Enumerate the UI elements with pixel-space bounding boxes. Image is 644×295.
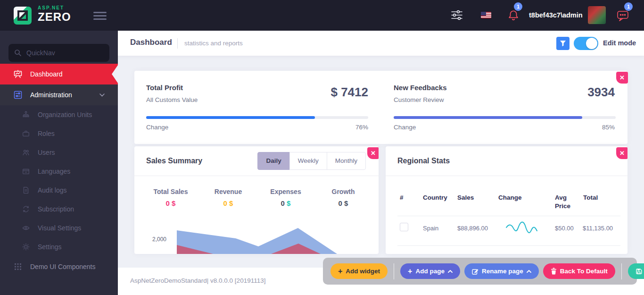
sidebar-item-subscription[interactable]: Subscription bbox=[0, 200, 118, 219]
sidebar-item-label: Dashboard bbox=[30, 70, 63, 78]
row-checkbox[interactable] bbox=[400, 223, 408, 231]
change-label: Change bbox=[146, 124, 168, 131]
sidebar-item-label: Visual Settings bbox=[38, 224, 81, 232]
edit-mode-toggle[interactable] bbox=[574, 37, 598, 50]
rename-page-button[interactable]: Rename page bbox=[464, 263, 539, 279]
visual-settings-eye-icon bbox=[22, 224, 30, 232]
close-widget-button[interactable]: ✕ bbox=[367, 147, 379, 159]
close-widget-button[interactable]: ✕ bbox=[616, 147, 627, 159]
stat-currency: $ bbox=[172, 199, 175, 207]
quicknav-input[interactable] bbox=[26, 49, 97, 57]
sales-area-chart bbox=[134, 217, 379, 254]
change-sparkline bbox=[505, 218, 539, 239]
search-icon bbox=[14, 49, 22, 57]
cell-country: Spain bbox=[423, 225, 438, 232]
progress-track bbox=[146, 116, 368, 119]
sidebar-item-visual-settings[interactable]: Visual Settings bbox=[0, 219, 118, 237]
stat-value: 3934 bbox=[587, 85, 615, 100]
trash-icon bbox=[551, 268, 557, 275]
stat-growth: Growth 0 $ bbox=[314, 188, 372, 207]
tab-weekly[interactable]: Weekly bbox=[289, 152, 327, 170]
chevron-down-icon bbox=[99, 93, 105, 97]
header-divider bbox=[386, 176, 627, 176]
title-divider bbox=[177, 38, 178, 49]
organization-units-icon bbox=[22, 110, 30, 119]
settings-gear-icon bbox=[22, 243, 30, 251]
button-label: Rename page bbox=[482, 268, 523, 275]
progress-fill bbox=[146, 116, 315, 119]
sidebar-item-roles[interactable]: Roles bbox=[0, 124, 118, 143]
notification-badge: 1 bbox=[514, 2, 522, 11]
header-divider bbox=[134, 176, 379, 176]
sidebar-item-organization-units[interactable]: Organization Units bbox=[0, 105, 118, 124]
col-header-index: # bbox=[400, 194, 404, 202]
col-header-total: Total bbox=[583, 194, 598, 202]
page-title: Dashboard bbox=[130, 38, 172, 47]
stat-expenses: Expenses 0 $ bbox=[257, 188, 314, 207]
cell-sales: $88,896.00 bbox=[457, 225, 488, 232]
sidebar-item-languages[interactable]: Languages bbox=[0, 162, 118, 181]
sidebar-item-dashboard[interactable]: Dashboard bbox=[0, 64, 118, 84]
widget-title: Regional Stats bbox=[397, 157, 450, 165]
stat-subtitle: Customer Review bbox=[394, 96, 444, 103]
stat-label: Revenue bbox=[199, 188, 257, 195]
sidebar-item-label: Organization Units bbox=[38, 111, 92, 118]
stat-label: Growth bbox=[314, 188, 372, 195]
widget-title: Sales Summary bbox=[146, 157, 202, 165]
close-widget-button[interactable]: ✕ bbox=[616, 72, 628, 84]
back-to-default-button[interactable]: Back To Default bbox=[543, 263, 615, 279]
period-tabs: Daily Weekly Monthly bbox=[257, 152, 366, 170]
cell-total: $11,135.00 bbox=[583, 225, 613, 232]
stat-value: 0 bbox=[339, 199, 342, 207]
notifications-bell-icon[interactable] bbox=[507, 9, 520, 22]
col-header-sales: Sales bbox=[457, 194, 474, 202]
stat-currency: $ bbox=[287, 199, 290, 207]
page-subtitle: statistics and reports bbox=[184, 40, 243, 47]
stat-label: Total Sales bbox=[142, 188, 199, 195]
stat-title: Total Profit bbox=[146, 84, 183, 92]
sidebar-item-demo-ui-components[interactable]: Demo UI Components bbox=[0, 256, 118, 277]
languages-icon bbox=[22, 167, 30, 176]
chevron-up-icon bbox=[527, 270, 531, 273]
app-logo-icon[interactable] bbox=[13, 6, 32, 25]
administration-icon bbox=[13, 90, 23, 100]
sidebar-item-label: Subscription bbox=[38, 205, 74, 213]
total-profit-stat: Total Profit All Customs Value $ 7412 Ch… bbox=[134, 71, 381, 144]
stat-currency: $ bbox=[229, 199, 233, 207]
brand-bottom-text: ZERO bbox=[38, 11, 71, 23]
sidebar-item-label: Settings bbox=[38, 243, 62, 251]
stat-value: 0 bbox=[281, 199, 285, 207]
button-label: Add page bbox=[415, 268, 445, 275]
sidebar-item-administration[interactable]: Administration bbox=[0, 84, 118, 105]
sidebar-item-settings[interactable]: Settings bbox=[0, 237, 118, 256]
change-value: 85% bbox=[602, 124, 615, 131]
dashboard-edit-toolbar: + Add widget + Add page Rename page Back… bbox=[323, 258, 637, 285]
quicknav-search[interactable] bbox=[8, 44, 109, 62]
save-button[interactable]: Save bbox=[628, 263, 644, 279]
page-subheader: Dashboard statistics and reports Edit mo… bbox=[118, 31, 644, 56]
cell-avg-price: $50.00 bbox=[555, 225, 574, 232]
sidebar-item-label: Demo UI Components bbox=[30, 263, 96, 270]
audit-logs-icon bbox=[22, 186, 30, 194]
filter-funnel-icon bbox=[560, 40, 566, 47]
tab-daily[interactable]: Daily bbox=[257, 152, 289, 170]
brand-top-text: ASP.NET bbox=[38, 6, 71, 10]
toolbar-divider bbox=[394, 263, 394, 279]
chat-badge: 1 bbox=[624, 2, 633, 11]
stat-currency: $ bbox=[344, 199, 348, 207]
save-floppy-icon bbox=[636, 268, 642, 275]
sidebar-item-audit-logs[interactable]: Audit logs bbox=[0, 181, 118, 200]
filter-button[interactable] bbox=[556, 37, 570, 50]
sidebar-toggle-icon[interactable] bbox=[93, 12, 107, 19]
tab-monthly[interactable]: Monthly bbox=[327, 152, 366, 170]
sidebar-item-users[interactable]: Users bbox=[0, 143, 118, 162]
progress-fill bbox=[394, 116, 582, 119]
user-name[interactable]: t8bef43c7\admin bbox=[529, 0, 583, 31]
add-page-button[interactable]: + Add page bbox=[400, 263, 460, 279]
add-widget-button[interactable]: + Add widget bbox=[330, 263, 388, 279]
user-avatar[interactable] bbox=[588, 6, 606, 24]
chat-icon[interactable] bbox=[617, 10, 629, 22]
language-flag-icon[interactable] bbox=[481, 12, 491, 18]
quick-settings-icon[interactable] bbox=[451, 10, 463, 20]
col-header-change: Change bbox=[498, 194, 522, 202]
